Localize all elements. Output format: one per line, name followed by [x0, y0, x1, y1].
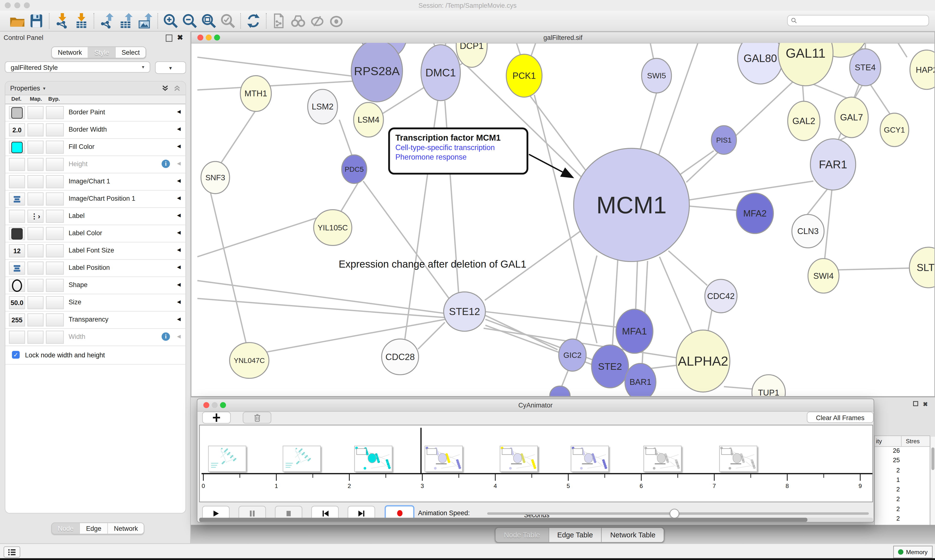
clear-all-frames-button[interactable]: Clear All Frames [807, 412, 873, 423]
bypass-cell[interactable] [46, 175, 64, 188]
export-image-button[interactable] [137, 12, 153, 29]
property-row-fill-color[interactable]: Fill Color◀ [5, 139, 185, 156]
edge[interactable] [640, 93, 657, 151]
timeline[interactable]: 0123456789Seconds [199, 425, 873, 502]
default-value-cell[interactable] [9, 262, 25, 275]
expand-left-icon[interactable]: ◀ [177, 126, 181, 132]
property-row-image-chart-1[interactable]: Image/Chart 1◀ [5, 174, 185, 191]
edge[interactable] [197, 215, 326, 257]
bypass-cell[interactable] [46, 313, 64, 326]
expand-left-icon[interactable]: ◀ [177, 247, 181, 252]
edge[interactable] [668, 251, 707, 285]
property-row-width[interactable]: Widthi◀ [5, 329, 185, 346]
edge[interactable] [505, 43, 521, 55]
style-options-button[interactable]: ▾ [155, 61, 186, 74]
mapping-cell[interactable] [28, 262, 43, 275]
property-row-transparency[interactable]: 255Transparency◀ [5, 312, 185, 329]
property-row-size[interactable]: 50.0Size◀ [5, 294, 185, 312]
show-details-button[interactable] [328, 12, 345, 29]
open-session-button[interactable] [9, 12, 26, 29]
expand-left-icon[interactable]: ◀ [177, 299, 181, 304]
mapping-cell[interactable] [28, 296, 43, 309]
add-frame-button[interactable] [202, 412, 231, 423]
property-row-label[interactable]: ⋮›Label◀ [5, 208, 185, 225]
zoom-fit-button[interactable] [201, 12, 217, 29]
expand-left-icon[interactable]: ◀ [177, 178, 181, 183]
edge[interactable] [266, 319, 445, 352]
annotation-box[interactable]: Transcription factor MCM1 Cell-type-spec… [388, 128, 528, 174]
property-row-border-paint[interactable]: Border Paint◀ [5, 105, 185, 122]
tab-network-table[interactable]: Network Table [602, 528, 664, 542]
bypass-cell[interactable] [46, 210, 64, 223]
tab-edge[interactable]: Edge [80, 523, 108, 534]
bypass-cell[interactable] [46, 192, 64, 206]
table-scrollbar[interactable] [930, 437, 935, 533]
mapping-cell[interactable] [28, 175, 43, 188]
close-panel-icon[interactable]: ✖ [177, 33, 183, 42]
default-value-cell[interactable]: 12 [9, 244, 25, 257]
edge[interactable] [894, 43, 907, 57]
default-value-cell[interactable] [9, 279, 25, 292]
save-session-button[interactable] [28, 12, 45, 29]
edge[interactable] [645, 43, 654, 59]
expand-left-icon[interactable]: ◀ [177, 195, 181, 201]
mapping-cell[interactable] [28, 123, 43, 137]
properties-header[interactable]: Properties ▾ [5, 82, 185, 95]
mapping-cell[interactable] [28, 192, 43, 206]
expand-left-icon[interactable]: ◀ [177, 230, 181, 235]
bypass-cell[interactable] [46, 158, 64, 171]
default-value-cell[interactable] [9, 227, 25, 240]
edge[interactable] [197, 57, 358, 77]
table-row[interactable]: 2 [875, 515, 930, 525]
float-panel-icon[interactable] [913, 401, 918, 406]
edge[interactable] [576, 256, 597, 340]
column-header[interactable]: Stres [906, 438, 920, 445]
default-value-cell[interactable] [9, 141, 25, 154]
property-row-label-color[interactable]: Label Color◀ [5, 225, 185, 243]
cyanimator-titlebar[interactable]: CyAnimator [197, 399, 874, 412]
expand-left-icon[interactable]: ◀ [177, 143, 181, 149]
property-row-label-font-size[interactable]: 12Label Font Size◀ [5, 243, 185, 260]
edge[interactable] [210, 192, 246, 344]
expand-left-icon[interactable]: ◀ [177, 265, 181, 270]
edge[interactable] [838, 268, 911, 270]
task-history-button[interactable] [4, 546, 20, 558]
property-row-border-width[interactable]: 2.0Border Width◀ [5, 122, 185, 139]
expand-all-icon[interactable] [162, 85, 169, 92]
property-row-label-position[interactable]: Label Position◀ [5, 260, 185, 277]
mapping-cell[interactable] [28, 158, 43, 171]
refresh-button[interactable] [245, 12, 262, 29]
expand-left-icon[interactable]: ◀ [177, 334, 181, 339]
default-value-cell[interactable] [9, 158, 25, 171]
tab-edge-table[interactable]: Edge Table [549, 528, 602, 542]
bypass-cell[interactable] [46, 227, 64, 240]
zoom-out-button[interactable] [181, 12, 198, 29]
style-select[interactable]: galFiltered Style ▾ [5, 61, 150, 73]
expand-left-icon[interactable]: ◀ [177, 161, 181, 166]
edge[interactable] [636, 261, 637, 311]
mapping-cell[interactable]: ⋮› [28, 210, 43, 223]
mapping-cell[interactable] [28, 279, 43, 292]
edge[interactable] [418, 322, 445, 349]
annotation-link-2[interactable]: Pheromone response [395, 153, 521, 161]
edge[interactable] [687, 81, 794, 182]
collapse-all-icon[interactable] [174, 85, 181, 92]
edge[interactable] [531, 43, 548, 55]
mapping-cell[interactable] [28, 141, 43, 154]
tab-network[interactable]: Network [52, 47, 88, 58]
edge[interactable] [802, 85, 804, 102]
table-row[interactable]: 26 [875, 447, 930, 457]
column-header[interactable]: ity [876, 438, 882, 445]
canvas-text-annotation[interactable]: Expression change after deletion of GAL1 [339, 258, 526, 271]
edge[interactable] [825, 190, 832, 259]
export-table-button[interactable] [117, 12, 134, 29]
node-table-header[interactable]: ity Stres [875, 436, 930, 447]
default-value-cell[interactable] [9, 192, 25, 206]
bypass-cell[interactable] [46, 331, 64, 344]
bypass-cell[interactable] [46, 279, 64, 292]
table-row[interactable]: 1 [875, 476, 930, 486]
network-canvas[interactable]: DCP1RPS28ADMC1PCK1SWI5GAL80GAL11STE4HAP2… [191, 43, 934, 396]
expand-left-icon[interactable]: ◀ [177, 282, 181, 287]
search-network-button[interactable] [290, 12, 307, 29]
mapping-cell[interactable] [28, 227, 43, 240]
